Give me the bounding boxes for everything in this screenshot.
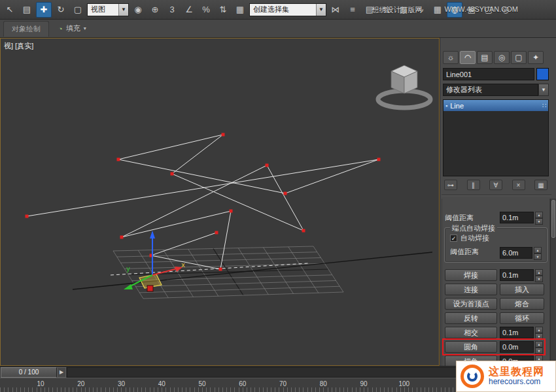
spinner-snap-icon[interactable]: ⇅ <box>215 2 231 18</box>
object-color-swatch[interactable] <box>536 68 549 80</box>
stack-item-line[interactable]: ▪Line∷ <box>443 100 548 111</box>
percent-snap-icon[interactable]: % <box>198 2 214 18</box>
named-selection-set-value: 创建选择集 <box>250 5 316 14</box>
modifier-list-dropdown[interactable]: 修改器列表 <box>443 84 538 96</box>
schematic-view-icon[interactable]: ▦ <box>430 2 445 18</box>
layer-manager-icon[interactable]: ≣ <box>379 2 394 18</box>
tab-object-paint[interactable]: 对象绘制 <box>3 21 49 37</box>
tab-modify[interactable]: ◠ <box>460 51 476 64</box>
auto-weld-label: 自动焊接 <box>460 233 489 243</box>
edit-named-selection-sets-icon[interactable]: ▦ <box>232 2 248 18</box>
reference-coordinate-value: 视图 <box>88 5 118 14</box>
fillet-spinner[interactable]: ▲▼ <box>535 341 543 353</box>
viewport-label[interactable]: 视] [真实] <box>4 41 33 51</box>
tab-utilities[interactable]: ✦ <box>528 51 544 64</box>
remove-modifier-icon[interactable]: × <box>512 180 525 190</box>
threshold-value-field[interactable]: 0.1m <box>500 212 534 223</box>
mirror-icon[interactable]: ⋈ <box>328 2 343 18</box>
panel-scrollbar-thumb[interactable] <box>551 200 555 238</box>
make-unique-icon[interactable]: ∀ <box>489 180 502 190</box>
populate-icon: ◔ <box>58 25 63 33</box>
next-frame-icon[interactable]: ▶ <box>57 367 66 378</box>
select-and-rotate-icon[interactable]: ↻ <box>53 2 69 18</box>
fuse-button[interactable]: 熔合 <box>500 298 544 310</box>
selected-vertex-marker[interactable] <box>147 286 153 291</box>
material-editor-icon[interactable]: ◍ <box>447 2 462 18</box>
ruler-tick-label: 60 <box>239 380 246 387</box>
show-end-result-icon[interactable]: ∥ <box>467 180 480 190</box>
tab-hierarchy[interactable]: ▤ <box>477 51 493 64</box>
logo-swirl-icon <box>467 371 478 382</box>
connect-button[interactable]: 连接 <box>445 284 497 295</box>
select-object-icon[interactable]: ↖ <box>2 2 18 18</box>
weld-threshold-value-field[interactable]: 6.0m <box>500 247 532 259</box>
weld-value-field[interactable]: 0.1m <box>500 269 534 281</box>
modifier-stack[interactable]: ▪Line∷ <box>443 99 549 176</box>
panel-divider <box>442 195 551 195</box>
select-and-move-icon[interactable]: ✚ <box>36 2 52 18</box>
site-logo: 这里教程网 herecours.com <box>456 361 556 392</box>
logo-url: herecours.com <box>489 378 544 387</box>
use-pivot-center-icon[interactable]: ◉ <box>130 2 146 18</box>
object-name-field[interactable]: Line001 <box>443 68 534 80</box>
viewcube[interactable] <box>378 65 430 108</box>
tab-motion[interactable]: ◎ <box>494 51 510 64</box>
configure-modifier-sets-icon[interactable]: ▦ <box>534 180 547 190</box>
scene-explorer-icon[interactable]: ▤ <box>362 2 377 18</box>
ruler-tick-label: 30 <box>118 380 125 387</box>
reverse-button[interactable]: 反转 <box>445 312 497 324</box>
logo-title: 这里教程网 <box>489 366 544 378</box>
weld-spinner[interactable]: ▲▼ <box>535 269 543 281</box>
command-panel-tabs: ☼◠▤◎▢✦ <box>443 51 544 64</box>
ruler-tick-label: 10 <box>37 380 44 387</box>
stack-tools: ⊶∥∀×▦ <box>444 179 547 191</box>
select-and-scale-icon[interactable]: ▢ <box>70 2 86 18</box>
fillet-button[interactable]: 圆角 <box>445 341 497 353</box>
select-and-manipulate-icon[interactable]: ⊕ <box>147 2 163 18</box>
panel-scrollbar[interactable] <box>550 199 556 366</box>
weld-threshold-spinner[interactable]: ▲▼ <box>534 247 542 259</box>
cross-insert-spinner[interactable]: ▲▼ <box>535 327 543 338</box>
align-icon[interactable]: ≡ <box>345 2 360 18</box>
chevron-down-icon[interactable]: ▼ <box>538 84 549 96</box>
tab-create[interactable]: ☼ <box>443 51 459 64</box>
angle-snap-icon[interactable]: ∠ <box>181 2 197 18</box>
chevron-down-icon[interactable]: ▼ <box>118 4 128 16</box>
render-production-icon[interactable]: ◎ <box>498 2 513 18</box>
snap-toggle-3d-icon[interactable]: 3 <box>164 2 180 18</box>
stack-item-label: Line <box>450 102 464 110</box>
time-slider[interactable]: 0 / 100 <box>1 367 57 378</box>
rendered-frame-icon[interactable]: ▢ <box>481 2 496 18</box>
render-setup-icon[interactable]: ▣ <box>464 2 479 18</box>
make-first-button[interactable]: 设为首顶点 <box>445 298 497 310</box>
named-selection-set-dropdown[interactable]: 创建选择集 ▼ <box>249 3 326 16</box>
tab-populate[interactable]: ◔ 填充 ▾ <box>58 24 86 33</box>
auto-weld-checkbox[interactable]: ✓ <box>450 235 457 242</box>
cycle-button[interactable]: 循环 <box>500 312 544 324</box>
chevron-down-icon[interactable]: ▼ <box>316 4 326 16</box>
chevron-down-icon[interactable]: ▾ <box>84 25 86 31</box>
fillet-value-field[interactable]: 0.0m <box>500 341 534 353</box>
cross-insert-value-field[interactable]: 0.1m <box>500 327 534 338</box>
reference-coordinate-dropdown[interactable]: 视图 ▼ <box>87 3 129 16</box>
select-by-name-icon[interactable]: ▤ <box>19 2 35 18</box>
graphite-ribbon-icon[interactable]: ▩ <box>396 2 411 18</box>
logo-ring-icon <box>460 365 484 388</box>
auto-weld-group: 端点自动焊接 ✓ 自动焊接 阈值距离 6.0m ▲▼ <box>444 227 547 263</box>
perspective-viewport[interactable]: 视] [真实] x y <box>0 38 440 366</box>
threshold-spinner[interactable]: ▲▼ <box>535 212 543 223</box>
curve-editor-icon[interactable]: ∿ <box>413 2 428 18</box>
command-panel: ☼◠▤◎▢✦ Line001 修改器列表 ▼ ▪Line∷ ⊶∥∀×▦ 阈值距离… <box>440 38 556 366</box>
tab-display[interactable]: ▢ <box>511 51 527 64</box>
spline-vertices[interactable] <box>26 133 381 271</box>
ruler-tick-label: 40 <box>158 380 165 387</box>
weld-button[interactable]: 焊接 <box>445 269 497 281</box>
pin-stack-icon[interactable]: ⊶ <box>444 180 457 190</box>
insert-button[interactable]: 插入 <box>500 284 544 295</box>
ribbon-bar: 对象绘制 ◔ 填充 ▾ <box>0 20 556 38</box>
viewport-canvas[interactable]: x y <box>1 39 440 366</box>
x-axis-label: x <box>181 261 185 269</box>
hidden-spline-segment <box>111 263 308 275</box>
cross-insert-button[interactable]: 相交 <box>445 327 497 338</box>
threshold-label: 阈值距离 <box>445 213 474 223</box>
